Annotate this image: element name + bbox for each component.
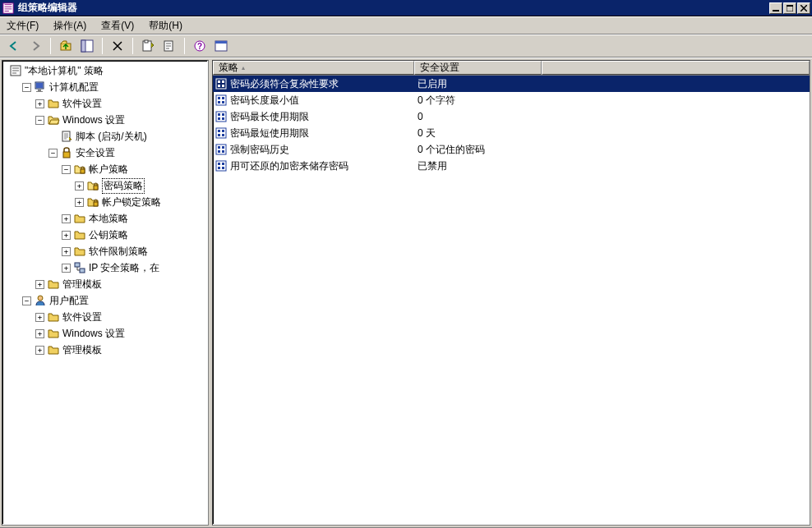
- tree-windows-settings[interactable]: − Windows 设置: [4, 112, 206, 128]
- svg-rect-36: [222, 101, 224, 103]
- list-row[interactable]: 密码最短使用期限0 天: [213, 125, 810, 141]
- svg-rect-51: [222, 150, 224, 153]
- tree-local-policy[interactable]: + 本地策略: [4, 210, 206, 227]
- tree-admin-templates[interactable]: + 管理模板: [4, 276, 206, 292]
- tree-software-restriction[interactable]: + 软件限制策略: [4, 243, 206, 259]
- sort-ascending-icon: ▴: [242, 64, 245, 71]
- expand-icon[interactable]: +: [35, 329, 44, 338]
- up-button[interactable]: [57, 37, 75, 55]
- tree-account-policy[interactable]: − 帐户策略: [4, 161, 206, 177]
- folder-icon: [73, 245, 86, 258]
- expand-icon[interactable]: +: [62, 247, 71, 256]
- tree-lockout-policy[interactable]: + 帐户锁定策略: [4, 194, 206, 210]
- folder-lock-icon: [86, 179, 99, 192]
- close-button[interactable]: [797, 2, 810, 14]
- svg-text:?: ?: [197, 42, 202, 51]
- tree-computer-config[interactable]: − 计算机配置: [4, 79, 206, 95]
- tree-user-windows[interactable]: + Windows 设置: [4, 325, 206, 342]
- menu-help[interactable]: 帮助(H): [149, 19, 182, 33]
- properties-button[interactable]: [139, 37, 157, 55]
- tree-label: 软件设置: [62, 310, 102, 324]
- collapse-icon[interactable]: −: [62, 165, 71, 174]
- refresh-button[interactable]: [212, 37, 230, 55]
- policy-name: 密码最长使用期限: [230, 110, 309, 124]
- svg-rect-24: [75, 263, 80, 267]
- list-row[interactable]: 用可还原的加密来储存密码已禁用: [213, 158, 810, 174]
- list-row[interactable]: 密码最长使用期限0: [213, 108, 810, 125]
- tree-label: Windows 设置: [62, 113, 125, 127]
- column-policy[interactable]: 策略 ▴: [213, 61, 414, 75]
- column-setting[interactable]: 安全设置: [414, 61, 542, 75]
- policy-root-icon: [9, 64, 22, 77]
- folder-lock-icon: [73, 163, 86, 176]
- tree-ip-security[interactable]: + IP 安全策略，在: [4, 259, 206, 276]
- collapse-icon[interactable]: −: [35, 116, 44, 125]
- tree-security-settings[interactable]: − 安全设置: [4, 145, 206, 161]
- expand-icon[interactable]: +: [62, 214, 71, 223]
- list-row[interactable]: 强制密码历史0 个记住的密码: [213, 141, 810, 158]
- app-icon: [2, 2, 15, 15]
- help-button[interactable]: ?: [191, 37, 209, 55]
- collapse-icon[interactable]: −: [22, 83, 31, 92]
- expand-icon[interactable]: +: [62, 231, 71, 240]
- expand-icon[interactable]: +: [75, 181, 84, 191]
- svg-rect-46: [222, 134, 224, 136]
- folder-icon: [47, 278, 60, 291]
- expand-icon[interactable]: +: [35, 99, 44, 108]
- tree-scripts[interactable]: 脚本 (启动/关机): [4, 128, 206, 145]
- menu-action[interactable]: 操作(A): [53, 19, 86, 33]
- tree-label: 脚本 (启动/关机): [76, 130, 147, 144]
- user-icon: [34, 294, 47, 307]
- tree-label: 计算机配置: [49, 80, 99, 94]
- tree-label: Windows 设置: [62, 327, 125, 341]
- svg-rect-17: [38, 90, 41, 91]
- toolbar-separator: [184, 38, 185, 54]
- svg-rect-32: [216, 95, 226, 105]
- collapse-icon[interactable]: −: [48, 149, 58, 158]
- list-row[interactable]: 密码长度最小值0 个字符: [213, 92, 810, 108]
- forward-button[interactable]: [26, 37, 44, 55]
- svg-rect-53: [218, 163, 220, 165]
- svg-rect-35: [218, 101, 220, 103]
- tree-password-policy[interactable]: + 密码策略: [4, 177, 206, 194]
- toolbar-separator: [50, 38, 51, 54]
- tree-public-key-policy[interactable]: + 公钥策略: [4, 227, 206, 243]
- policy-value: 已禁用: [414, 159, 542, 173]
- svg-rect-27: [216, 79, 226, 89]
- menu-bar: 文件(F) 操作(A) 查看(V) 帮助(H): [0, 16, 812, 34]
- folder-icon: [73, 212, 86, 225]
- svg-rect-1: [773, 10, 779, 11]
- list-row[interactable]: 密码必须符合复杂性要求已启用: [213, 76, 810, 92]
- script-icon: [60, 130, 73, 143]
- svg-rect-33: [218, 97, 220, 99]
- menu-view[interactable]: 查看(V): [101, 19, 134, 33]
- tree-software-settings[interactable]: + 软件设置: [4, 95, 206, 112]
- tree-root[interactable]: "本地计算机" 策略: [4, 62, 206, 79]
- expand-icon[interactable]: +: [35, 313, 44, 322]
- collapse-icon[interactable]: −: [22, 296, 31, 305]
- svg-rect-43: [218, 130, 220, 132]
- column-label: 策略: [219, 61, 238, 75]
- tree-label: 管理模板: [62, 278, 102, 292]
- tree-user-software[interactable]: + 软件设置: [4, 309, 206, 325]
- svg-rect-30: [218, 85, 220, 87]
- menu-file[interactable]: 文件(F): [7, 19, 39, 33]
- expand-icon[interactable]: +: [35, 346, 44, 355]
- expand-icon[interactable]: +: [35, 280, 44, 289]
- folder-icon: [47, 343, 60, 356]
- show-hide-tree-button[interactable]: [78, 37, 96, 55]
- policy-item-icon: [215, 143, 228, 156]
- export-button[interactable]: [160, 37, 178, 55]
- delete-button[interactable]: [108, 37, 127, 55]
- minimize-button[interactable]: [769, 2, 782, 14]
- back-button[interactable]: [5, 37, 23, 55]
- expand-icon[interactable]: +: [75, 198, 84, 207]
- maximize-button[interactable]: [783, 2, 796, 14]
- svg-rect-47: [216, 145, 226, 154]
- tree-label: 软件限制策略: [89, 245, 148, 259]
- svg-rect-50: [218, 150, 220, 153]
- expand-icon[interactable]: +: [62, 264, 71, 273]
- svg-rect-54: [222, 163, 224, 165]
- tree-user-config[interactable]: − 用户配置: [4, 292, 206, 309]
- tree-user-admin-templates[interactable]: + 管理模板: [4, 342, 206, 358]
